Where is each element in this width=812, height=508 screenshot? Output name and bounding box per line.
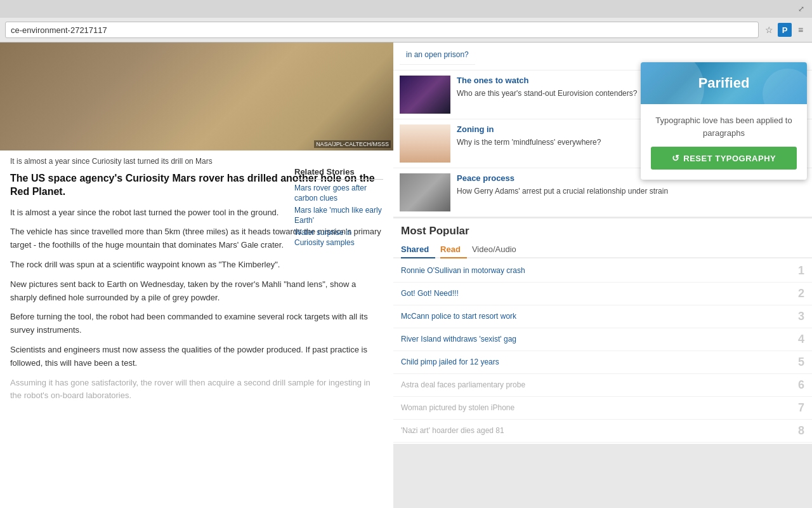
reset-icon: ↺	[672, 153, 680, 163]
article-image: NASA/JPL-CALTECH/MSSS	[0, 43, 393, 150]
related-stories-title: Related Stories	[294, 167, 383, 180]
news-thumb-peace	[400, 173, 450, 211]
news-item-eurovision-content: The ones to watch Who are this year's st…	[457, 76, 637, 99]
article-caption: It is almost a year since Curiosity last…	[10, 157, 383, 166]
address-text: ce-environment-27217117	[11, 25, 107, 35]
article-para-6: Scientists and engineers must now assess…	[10, 344, 383, 370]
address-bar[interactable]: ce-environment-27217117	[5, 22, 759, 38]
popular-item-text-1[interactable]: Ronnie O'Sullivan in motorway crash	[401, 266, 787, 276]
popular-item: McCann police to start resort work3	[393, 305, 812, 328]
related-link-2[interactable]: Mars lake 'much like early Earth'	[294, 206, 383, 225]
article-para-4: New pictures sent back to Earth on Wedne…	[10, 278, 383, 305]
article-para-7: Assuming it has gone satisfactorily, the…	[10, 377, 383, 403]
popular-item-num-4: 4	[792, 333, 804, 346]
reset-typography-button[interactable]: ↺ RESET TYPOGRAPHY	[651, 147, 797, 170]
popular-item-text-5[interactable]: Child pimp jailed for 12 years	[401, 358, 787, 368]
popular-item: Ronnie O'Sullivan in motorway crash1	[393, 260, 812, 283]
most-popular: Most Popular Shared Read Video/Audio Ron…	[393, 218, 812, 444]
popular-item-text-3[interactable]: McCann police to start resort work	[401, 312, 787, 322]
popular-item-num-5: 5	[792, 356, 804, 369]
news-item-desc-eurovision: Who are this year's stand-out Eurovision…	[457, 88, 637, 99]
news-thumb-zoning	[400, 124, 450, 163]
popular-item-num-6: 6	[792, 378, 804, 392]
prison-link[interactable]: in an open prison?	[400, 48, 475, 65]
popular-item: Child pimp jailed for 12 years5	[393, 351, 812, 374]
tab-read[interactable]: Read	[440, 241, 467, 258]
popular-item-num-1: 1	[792, 264, 804, 277]
popular-item: Astra deal faces parliamentary probe6	[393, 374, 812, 397]
popular-item-num-3: 3	[792, 310, 804, 323]
parified-title: Parified	[653, 75, 794, 91]
related-link-1[interactable]: Mars rover goes after carbon clues	[294, 184, 383, 203]
news-item-title-zoning[interactable]: Zoning in	[457, 124, 601, 135]
related-link-3[interactable]: Water surprise in Curiosity samples	[294, 228, 383, 248]
reset-button-label: RESET TYPOGRAPHY	[683, 154, 776, 163]
menu-icon[interactable]: ≡	[794, 23, 807, 36]
article-area: NASA/JPL-CALTECH/MSSS It is almost a yea…	[0, 43, 393, 508]
popular-item-num-8: 8	[792, 424, 804, 438]
resize-icon[interactable]: ⤢	[798, 4, 807, 13]
tab-shared[interactable]: Shared	[401, 241, 435, 258]
related-stories: Related Stories Mars rover goes after ca…	[294, 167, 383, 251]
popular-item-text-6[interactable]: Astra deal faces parliamentary probe	[401, 380, 787, 391]
popular-item-num-2: 2	[792, 287, 804, 300]
news-item-zoning-content: Zoning in Why is the term 'mindfulness' …	[457, 124, 601, 148]
news-item-desc-zoning: Why is the term 'mindfulness' everywhere…	[457, 137, 601, 148]
popular-tabs: Shared Read Video/Audio	[393, 241, 812, 258]
star-icon[interactable]: ☆	[763, 23, 775, 36]
article-para-5: Before turning the tool, the robot had b…	[10, 311, 383, 337]
news-item-title-eurovision[interactable]: The ones to watch	[457, 76, 637, 86]
popular-item-text-7[interactable]: Woman pictured by stolen iPhone	[401, 403, 787, 413]
toolbar-icons: ☆ P ≡	[763, 23, 807, 37]
news-item-peace-content: Peace process How Gerry Adams' arrest pu…	[457, 173, 668, 197]
news-item-desc-peace: How Gerry Adams' arrest put a crucial re…	[457, 186, 668, 197]
page-content: NASA/JPL-CALTECH/MSSS It is almost a yea…	[0, 43, 812, 508]
popular-item-num-7: 7	[792, 401, 804, 415]
popular-item: Woman pictured by stolen iPhone7	[393, 397, 812, 420]
popular-item-text-8[interactable]: 'Nazi art' hoarder dies aged 81	[401, 426, 787, 436]
popular-item-text-4[interactable]: River Island withdraws 'sexist' gag	[401, 335, 787, 345]
news-thumb-eurovision	[400, 76, 450, 114]
parified-body: Typographic love has been applied to par…	[641, 104, 807, 180]
browser-chrome: ⤢ ce-environment-27217117 ☆ P ≡	[0, 0, 812, 43]
popular-item: Got! Got! Need!!!2	[393, 283, 812, 305]
parified-icon[interactable]: P	[778, 23, 792, 37]
browser-titlebar: ⤢	[0, 0, 812, 18]
browser-toolbar: ce-environment-27217117 ☆ P ≡	[0, 18, 812, 42]
image-credit: NASA/JPL-CALTECH/MSSS	[314, 140, 391, 148]
popular-list: Ronnie O'Sullivan in motorway crash1Got!…	[393, 258, 812, 444]
popular-item: River Island withdraws 'sexist' gag4	[393, 328, 812, 351]
parified-header: Parified	[641, 62, 807, 104]
most-popular-title: Most Popular	[393, 218, 812, 241]
parified-description: Typographic love has been applied to par…	[651, 114, 797, 139]
tab-video-audio[interactable]: Video/Audio	[472, 241, 523, 257]
news-item-title-peace[interactable]: Peace process	[457, 173, 668, 184]
popular-item: 'Nazi art' hoarder dies aged 818	[393, 420, 812, 443]
parified-widget: Parified Typographic love has been appli…	[641, 62, 807, 180]
popular-item-text-2[interactable]: Got! Got! Need!!!	[401, 289, 787, 299]
article-para-3: The rock drill was spun at a scientific …	[10, 258, 383, 272]
